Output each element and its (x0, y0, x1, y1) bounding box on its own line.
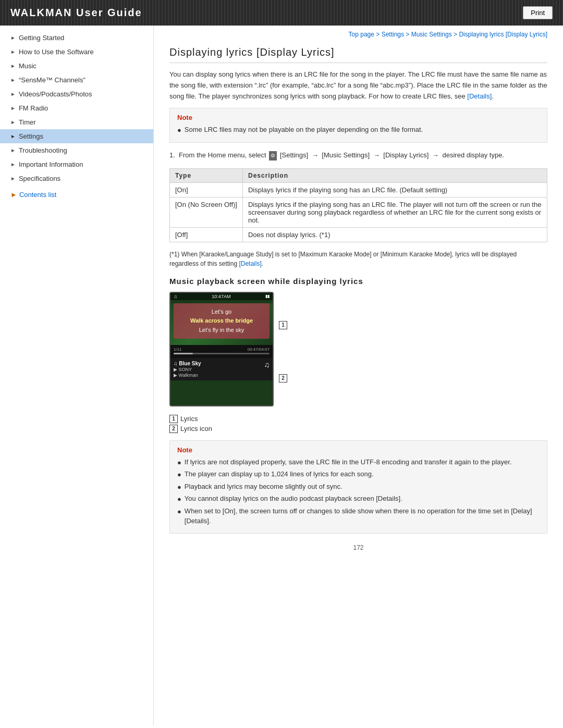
note-title-2: Note (177, 446, 540, 454)
lyrics-line-2: Walk across the bridge (179, 316, 264, 326)
progress-fill (174, 353, 193, 354)
intro-text: You can display song lyrics when there i… (169, 69, 547, 102)
caption-num-2: 2 (169, 425, 178, 433)
artist-name: ▶ SONY (174, 367, 201, 372)
table-row: [On (No Screen Off)] Displays lyrics if … (170, 197, 547, 227)
page-number: 172 (169, 544, 547, 551)
caption-num-1: 1 (169, 415, 178, 423)
callout-1: 1 (279, 321, 287, 329)
step-1: 1. From the Home menu, select ⚙ [Setting… (169, 150, 547, 161)
details-link-3[interactable]: [Details] (376, 495, 400, 502)
device-screen: ♫ 10:47AM ▮▮ Let’s go Walk across the br… (169, 292, 274, 406)
bullet-icon: ● (177, 125, 181, 135)
note-title-1: Note (177, 114, 540, 121)
note2-item-3: ● Playback and lyrics may become slightl… (177, 482, 540, 492)
gear-icon: ⚙ (269, 151, 277, 161)
chevron-right-icon: ► (10, 133, 16, 139)
bullet-icon: ● (177, 482, 181, 492)
sidebar-item-getting-started[interactable]: ► Getting Started (0, 31, 153, 45)
bullet-icon: ● (177, 507, 181, 517)
details-link-4[interactable]: [Details] (185, 517, 209, 525)
table-header-description: Description (242, 168, 547, 182)
device-status-bar: ♫ 10:47AM ▮▮ (170, 293, 273, 300)
chevron-right-icon: ► (10, 91, 16, 97)
note-box-2: Note ● If lyrics are not displayed prope… (169, 440, 547, 534)
lyrics-display: Let’s go Walk across the bridge Let’s fl… (174, 303, 270, 339)
print-button[interactable]: Print (523, 6, 553, 19)
note-box-1: Note ● Some LRC files may not be playabl… (169, 108, 547, 143)
details-link-2[interactable]: [Details] (239, 260, 261, 267)
breadcrumb: Top page > Settings > Music Settings > D… (169, 31, 547, 38)
bullet-icon: ● (177, 458, 181, 468)
arrow-icon: → (432, 151, 439, 159)
breadcrumb-current: Displaying lyrics [Display Lyrics] (459, 31, 547, 38)
app-title: WALKMAN User Guide (10, 7, 142, 19)
bullet-icon: ● (177, 470, 181, 480)
battery-icon: ▮▮ (265, 294, 270, 299)
callout-numbers: 1 2 (279, 292, 287, 382)
arrow-icon: → (312, 151, 319, 159)
details-link-1[interactable]: [Details] (467, 92, 492, 100)
table-row: [Off] Does not display lyrics. (*1) (170, 227, 547, 242)
sidebar-item-music[interactable]: ► Music (0, 59, 153, 73)
track-number: 1/11 (174, 347, 182, 352)
chevron-right-icon: ► (10, 162, 16, 167)
sidebar-item-sensme[interactable]: ► “SensMe™ Channels” (0, 73, 153, 87)
device-container: ♫ 10:47AM ▮▮ Let’s go Walk across the br… (169, 292, 547, 406)
note2-item-1: ● If lyrics are not displayed properly, … (177, 457, 540, 468)
sidebar-item-timer[interactable]: ► Timer (0, 115, 153, 129)
table-row: [On] Displays lyrics if the playing song… (170, 182, 547, 197)
sidebar-item-videos[interactable]: ► Videos/Podcasts/Photos (0, 87, 153, 101)
chevron-right-icon: ► (10, 63, 16, 69)
sidebar-item-fm-radio[interactable]: ► FM Radio (0, 101, 153, 115)
bullet-icon: ● (177, 494, 181, 504)
device-progress-area: 1/11 00:47/04:07 (170, 345, 273, 358)
device-time: 10:47AM (212, 294, 230, 299)
caption-list: 1 Lyrics 2 Lyrics icon (169, 415, 547, 433)
chevron-right-icon: ► (10, 105, 16, 111)
contents-list-link[interactable]: ► Contents list (0, 186, 153, 202)
note2-item-4: ● You cannot display lyrics on the audio… (177, 493, 540, 504)
callout-wrapper: ♫ 10:47AM ▮▮ Let’s go Walk across the br… (169, 292, 547, 406)
sidebar: ► Getting Started ► How to Use the Softw… (0, 26, 154, 725)
caption-item-1: 1 Lyrics (169, 415, 547, 423)
header: WALKMAN User Guide Print (0, 0, 563, 26)
chevron-right-icon: ► (10, 77, 16, 83)
time-display: 00:47/04:07 (248, 347, 270, 352)
arrow-icon: → (373, 151, 380, 159)
table-cell-desc: Displays lyrics if the playing song has … (242, 197, 547, 227)
device-track-info: ♫ Blue Sky ▶ SONY ▶ Walkman (174, 361, 201, 378)
caption-item-2: 2 Lyrics icon (169, 425, 547, 433)
lyrics-line-1: Let’s go (179, 307, 264, 317)
sidebar-item-specifications[interactable]: ► Specifications (0, 171, 153, 186)
footnote-text: (*1) When [Karaoke/Language Study] is se… (169, 250, 547, 268)
note2-item-2: ● The player can display up to 1,024 lin… (177, 469, 540, 480)
sidebar-item-settings[interactable]: ► Settings (0, 129, 153, 143)
chevron-right-icon: ► (10, 176, 16, 181)
album-name: ▶ Walkman (174, 373, 201, 378)
table-cell-type: [Off] (170, 227, 243, 242)
chevron-right-icon: ► (10, 49, 16, 55)
sidebar-item-troubleshooting[interactable]: ► Troubleshooting (0, 143, 153, 157)
table-header-type: Type (170, 168, 243, 182)
note-item-1: ● Some LRC files may not be playable on … (177, 125, 540, 135)
device-background: Let’s go Walk across the bridge Let’s fl… (170, 303, 273, 345)
caption-label-2: Lyrics icon (180, 425, 212, 433)
breadcrumb-settings[interactable]: Settings (382, 31, 404, 38)
sidebar-item-important-info[interactable]: ► Important Information (0, 157, 153, 171)
display-options-table: Type Description [On] Displays lyrics if… (169, 168, 547, 242)
section-2-heading: Music playback screen while displaying l… (169, 277, 547, 286)
chevron-right-icon: ► (10, 147, 16, 153)
lyrics-icon-display: ♫ (264, 361, 270, 369)
music-note-icon: ♫ (174, 294, 177, 299)
breadcrumb-music-settings[interactable]: Music Settings (411, 31, 452, 38)
song-title: ♫ Blue Sky (174, 361, 201, 366)
table-cell-type: [On (No Screen Off)] (170, 197, 243, 227)
table-cell-desc: Displays lyrics if the playing song has … (242, 182, 547, 197)
chevron-right-icon: ► (10, 35, 16, 41)
sidebar-item-how-to-use[interactable]: ► How to Use the Software (0, 45, 153, 59)
arrow-right-icon: ► (10, 191, 17, 199)
chevron-right-icon: ► (10, 119, 16, 125)
breadcrumb-top[interactable]: Top page (349, 31, 374, 38)
device-song-info: ♫ Blue Sky ▶ SONY ▶ Walkman ♫ (170, 358, 273, 380)
